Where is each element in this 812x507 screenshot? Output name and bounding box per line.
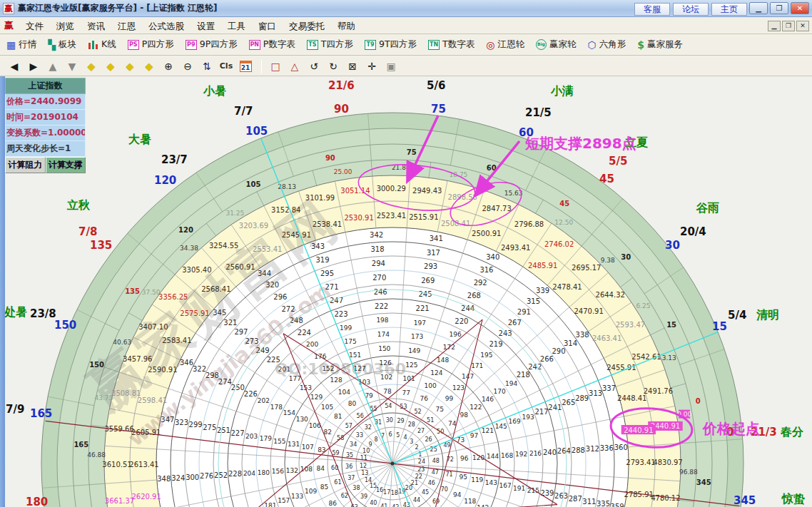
toolbar-button-行情[interactable]: ▦行情 <box>4 37 39 52</box>
panel-button-计算阻力[interactable]: 计算阻力 <box>5 157 46 173</box>
svg-text:146: 146 <box>482 396 494 403</box>
svg-text:24: 24 <box>418 459 425 465</box>
PS-icon: PS <box>128 40 139 50</box>
rotate-ccw-icon[interactable]: ↺ <box>305 58 323 74</box>
toolbar-button-P四方形[interactable]: PSP四方形 <box>126 37 176 52</box>
svg-text:343: 343 <box>311 242 325 250</box>
child-minimize-button[interactable]: ▁ <box>768 21 781 31</box>
rotate-cw-icon[interactable]: ↻ <box>325 58 342 74</box>
diamond-up-icon[interactable]: ◆ <box>121 58 138 74</box>
delete-box-icon[interactable]: ⊠ <box>344 58 361 74</box>
svg-text:13: 13 <box>361 470 368 476</box>
menu-item-窗口[interactable]: 窗口 <box>252 19 283 33</box>
svg-text:175: 175 <box>344 338 356 345</box>
gann-wheel-canvas[interactable]: 赢家财富网www.yingjia360.comQQ:10080036012345… <box>0 76 812 507</box>
svg-text:2523.41: 2523.41 <box>377 212 406 220</box>
svg-text:30: 30 <box>621 253 631 261</box>
svg-text:272: 272 <box>282 305 295 313</box>
svg-text:2560.91: 2560.91 <box>225 263 255 271</box>
svg-text:271: 271 <box>325 283 338 291</box>
square-tool-icon[interactable]: □ <box>267 58 284 74</box>
zoom-out-icon[interactable]: ⊖ <box>179 58 196 74</box>
peak-up-icon[interactable]: ▲ <box>44 58 61 74</box>
svg-text:275: 275 <box>203 424 216 431</box>
center-tool-icon[interactable]: ✛ <box>363 58 380 74</box>
titlebar-link-1[interactable]: 论坛 <box>673 3 709 16</box>
panel-button-计算支撑[interactable]: 计算支撑 <box>46 157 86 173</box>
updown-icon[interactable]: ⇅ <box>198 58 215 74</box>
cls-button[interactable]: Cls <box>218 58 235 74</box>
menu-item-帮助[interactable]: 帮助 <box>331 19 362 33</box>
toolbar-button-板块[interactable]: ▚板块 <box>46 37 78 52</box>
svg-text:298: 298 <box>205 372 219 379</box>
titlebar-link-0[interactable]: 客服 <box>634 3 670 16</box>
menu-item-设置[interactable]: 设置 <box>191 19 221 33</box>
diamond-right-icon[interactable]: ◆ <box>102 58 119 74</box>
svg-text:59: 59 <box>332 450 339 456</box>
svg-text:43.75: 43.75 <box>95 394 113 401</box>
maximize-button[interactable]: ❐ <box>770 2 788 14</box>
svg-text:2746.02: 2746.02 <box>544 240 574 248</box>
svg-text:27: 27 <box>417 428 425 434</box>
menu-item-资讯[interactable]: 资讯 <box>81 19 111 33</box>
svg-text:5/6: 5/6 <box>427 79 445 92</box>
svg-text:345: 345 <box>696 478 711 486</box>
svg-text:345: 345 <box>734 494 756 507</box>
svg-text:142: 142 <box>477 504 489 507</box>
svg-text:97: 97 <box>470 432 478 439</box>
left-dock-strip <box>0 76 5 507</box>
svg-text:短期支撑2898点: 短期支撑2898点 <box>524 135 636 152</box>
menu-item-交易委托[interactable]: 交易委托 <box>283 19 331 33</box>
toolbar-button-9T四方形[interactable]: T99T四方形 <box>362 37 419 52</box>
toolbar-button-六角形[interactable]: ⬡六角形 <box>585 37 628 52</box>
svg-text:2440.91: 2440.91 <box>624 426 653 434</box>
svg-text:46.88: 46.88 <box>87 451 106 459</box>
close-button[interactable]: ✕ <box>791 2 809 14</box>
svg-text:2593.47: 2593.47 <box>616 321 645 329</box>
toolbar-label: P四方形 <box>142 39 174 51</box>
gann-wheel-chart-area[interactable]: 赢家财富网www.yingjia360.comQQ:10080036012345… <box>0 76 812 507</box>
peak-down-icon[interactable]: ▼ <box>64 58 81 74</box>
titlebar-link-2[interactable]: 主页 <box>711 3 747 16</box>
calendar-icon[interactable]: 21 <box>237 58 254 74</box>
toolbar-button-T四方形[interactable]: TST四方形 <box>305 37 355 52</box>
diamond-down-icon[interactable]: ◆ <box>141 58 158 74</box>
svg-text:169: 169 <box>509 418 521 425</box>
toolbar-button-P数字表[interactable]: PNP数字表 <box>247 37 298 52</box>
svg-text:204: 204 <box>243 470 255 477</box>
toolbar-button-K线[interactable]: K线 <box>86 37 118 52</box>
svg-text:3610.51: 3610.51 <box>102 461 131 468</box>
zoom-in-icon[interactable]: ⊕ <box>160 58 177 74</box>
clear-tool-icon[interactable]: ▣ <box>382 58 400 74</box>
svg-text:336: 336 <box>600 444 614 452</box>
toolbar-button-赢家轮[interactable]: Big赢家轮 <box>534 37 579 52</box>
child-restore-button[interactable]: ❐ <box>782 21 795 31</box>
toolbar-button-T数字表[interactable]: TNT数字表 <box>426 37 477 52</box>
svg-text:314: 314 <box>564 339 577 347</box>
toolbar-label: 9T四方形 <box>379 39 417 51</box>
svg-text:0: 0 <box>696 397 701 405</box>
diamond-left-icon[interactable]: ◆ <box>83 58 100 74</box>
menu-item-工具[interactable]: 工具 <box>221 19 252 33</box>
menu-item-公式选股[interactable]: 公式选股 <box>142 19 191 33</box>
svg-text:321: 321 <box>223 319 237 327</box>
svg-text:131: 131 <box>288 441 300 448</box>
svg-text:6: 6 <box>389 431 392 438</box>
menu-item-文件[interactable]: 文件 <box>19 19 50 33</box>
triangle-tool-icon[interactable]: △ <box>286 58 303 74</box>
child-close-button[interactable]: ✕ <box>796 21 809 31</box>
toolbar-button-9P四方形[interactable]: P99P四方形 <box>183 37 240 52</box>
grid-icon: ▦ <box>6 40 16 50</box>
prev-arrow-icon[interactable]: ◀ <box>6 58 23 74</box>
svg-text:2455.91: 2455.91 <box>607 364 636 372</box>
toolbar-button-江恩轮[interactable]: ◎江恩轮 <box>484 37 527 52</box>
menu-item-浏览[interactable]: 浏览 <box>50 19 81 33</box>
svg-text:77: 77 <box>402 389 410 396</box>
svg-text:82: 82 <box>323 429 331 436</box>
svg-text:7/9: 7/9 <box>6 403 24 416</box>
next-arrow-icon[interactable]: ▶ <box>25 58 42 74</box>
minimize-button[interactable]: ▁ <box>749 2 768 14</box>
svg-text:81: 81 <box>334 413 342 420</box>
menu-item-江恩[interactable]: 江恩 <box>111 19 142 33</box>
toolbar-button-赢家服务[interactable]: $赢家服务 <box>635 37 685 52</box>
